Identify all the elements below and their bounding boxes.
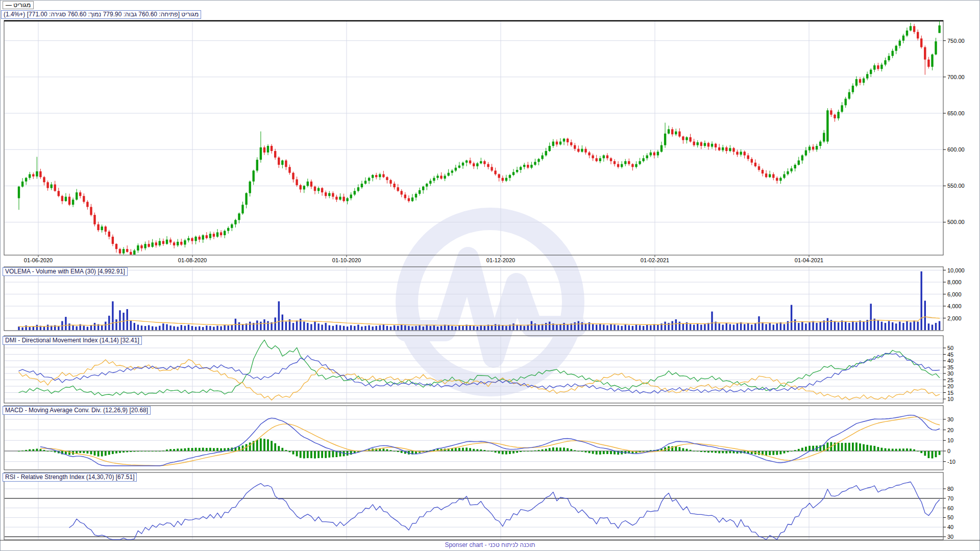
app-footer-brand: Sponser chart - תוכנה לניתוח טכני: [0, 541, 980, 548]
y-axis-label: 25: [947, 377, 953, 383]
y-axis-label: 70: [947, 495, 953, 502]
y-axis-label: 30: [947, 534, 953, 540]
sponser-watermark-logo: [406, 219, 576, 385]
y-axis-label: -10: [947, 459, 955, 465]
y-axis-label: 750.00: [947, 38, 965, 44]
y-axis-label: 50: [947, 345, 953, 351]
macd-panel: 3020100-10: [4, 406, 955, 470]
y-axis-label: 45: [947, 352, 953, 358]
chart-application: 750.00700.00650.00600.00550.00500.0001-0…: [0, 0, 980, 551]
y-axis-label: 80: [947, 486, 953, 492]
x-axis-label: 01-02-2021: [641, 257, 669, 263]
ohlc-info-bar: מגוריט [פתיחה: 760.60 גבוה: 779.90 נמוך:…: [1, 10, 201, 19]
y-axis-label: 4,000: [947, 303, 962, 309]
y-axis-label: 60: [947, 505, 953, 511]
y-axis-label: 10: [947, 396, 953, 402]
y-axis-label: 600.00: [947, 146, 965, 153]
y-axis-label: 10: [947, 437, 953, 443]
series-legend[interactable]: — מגוריט: [3, 1, 34, 9]
y-axis-label: 700.00: [947, 74, 965, 80]
x-axis-label: 01-10-2020: [332, 257, 361, 263]
x-axis-label: 01-08-2020: [178, 257, 207, 263]
y-axis-label: 20: [947, 427, 953, 433]
y-axis-label: 6,000: [947, 291, 962, 297]
series-line-icon: —: [6, 2, 12, 9]
y-axis-label: 40: [947, 358, 953, 364]
x-axis-label: 01-04-2021: [795, 257, 823, 263]
x-axis-label: 01-12-2020: [486, 257, 515, 263]
macd-panel-title[interactable]: MACD - Moving Average Conv. Div. (12,26,…: [3, 406, 151, 415]
rsi-panel: 807060504030: [4, 472, 953, 540]
y-axis-label: 0: [947, 448, 950, 454]
y-axis-label: 2,000: [947, 315, 962, 321]
series-legend-label: מגוריט: [13, 2, 31, 9]
y-axis-label: 20: [947, 383, 953, 389]
y-axis-label: 30: [947, 370, 953, 377]
y-axis-label: 8,000: [947, 279, 962, 285]
y-axis-label: 10,000: [947, 267, 965, 273]
rsi-panel-title[interactable]: RSI - Relative Strength Index (14,30,70)…: [3, 473, 137, 482]
y-axis-label: 50: [947, 514, 953, 520]
y-axis-label: 650.00: [947, 110, 965, 116]
y-axis-label: 15: [947, 390, 953, 396]
volume-panel-title[interactable]: VOLEMA - Volume with EMA (30) [4,992.91]: [3, 267, 128, 276]
y-axis-label: 35: [947, 364, 953, 370]
chart-canvas[interactable]: 750.00700.00650.00600.00550.00500.0001-0…: [0, 0, 980, 551]
x-axis-label: 01-06-2020: [24, 257, 53, 263]
y-axis-label: 500.00: [947, 219, 965, 225]
y-axis-label: 40: [947, 524, 953, 530]
dmi-panel-title[interactable]: DMI - Directional Movement Index (14,14)…: [3, 336, 142, 345]
y-axis-label: 30: [947, 416, 953, 422]
y-axis-label: 550.00: [947, 183, 965, 189]
